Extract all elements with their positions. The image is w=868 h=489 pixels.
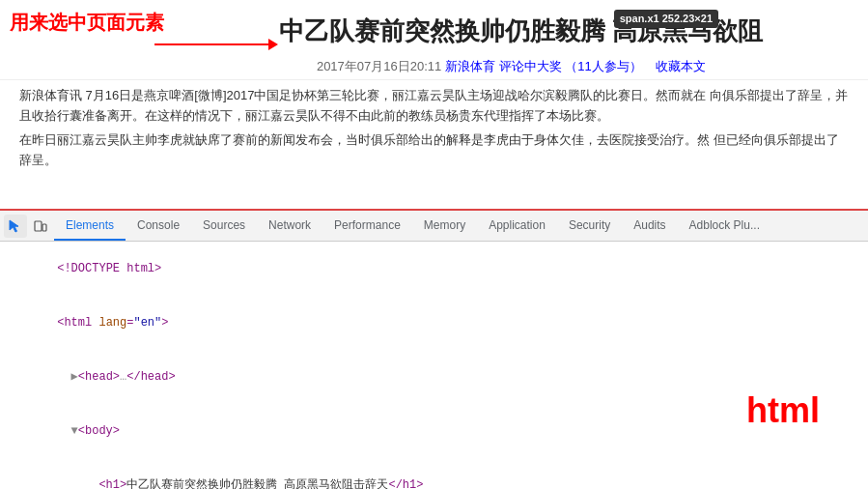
tab-elements[interactable]: Elements [54,210,126,241]
article-body: 新浪体育讯 7月16日是燕京啤酒[微博]2017中国足协杯第三轮比赛，丽江嘉云昊… [0,79,868,178]
tab-adblock[interactable]: Adblock Plu... [678,210,771,241]
svg-rect-0 [35,221,42,231]
body-paragraph-2: 在昨日丽江嘉云昊队主帅李虎就缺席了赛前的新闻发布会，当时俱乐部给出的解释是李虎由… [19,130,849,171]
tooltip-badge: span.x1 252.23×21 [614,10,718,28]
meta-comment-link[interactable]: 评论中大奖 （11人参与） [499,59,646,73]
device-toolbar-button[interactable] [29,215,52,238]
body-paragraph-1: 新浪体育讯 7月16日是燕京啤酒[微博]2017中国足协杯第三轮比赛，丽江嘉云昊… [19,86,849,127]
code-line-html[interactable]: <html lang="en"> [0,296,868,350]
tab-application[interactable]: Application [477,210,557,241]
article-meta: 2017年07月16日20:11 新浪体育 评论中大奖 （11人参与） 收藏本文 [0,54,868,79]
svg-rect-1 [42,224,46,231]
page-content: 中乙队赛前突然换帅仍胜毅腾 高原黑马欲阻 span.x1 252.23×21 2… [0,0,868,179]
tab-console[interactable]: Console [126,210,191,241]
code-line-doctype[interactable]: <!DOCTYPE html> [0,242,868,296]
element-picker-button[interactable] [4,215,27,238]
meta-date: 2017年07月16日20:11 [317,59,441,73]
devtools-code-panel: <!DOCTYPE html> <html lang="en"> ▶<head>… [0,242,868,489]
tab-sources[interactable]: Sources [191,210,257,241]
meta-collect-link[interactable]: 收藏本文 [656,59,706,73]
devtools-tabs: Elements Console Sources Network Perform… [54,211,771,241]
meta-source-link[interactable]: 新浪体育 [445,59,495,73]
code-line-h1[interactable]: <h1>中乙队赛前突然换帅仍胜毅腾 高原黑马欲阻击辞天</h1> [0,458,868,489]
tab-network[interactable]: Network [257,210,322,241]
tab-audits[interactable]: Audits [622,210,677,241]
tab-memory[interactable]: Memory [412,210,477,241]
code-line-body-open[interactable]: ▼<body> [0,404,868,458]
tab-performance[interactable]: Performance [322,210,412,241]
article-title: 中乙队赛前突然换帅仍胜毅腾 高原黑马欲阻 span.x1 252.23×21 [0,6,868,52]
devtools-toolbar: Elements Console Sources Network Perform… [0,211,868,242]
tab-security[interactable]: Security [557,210,622,241]
code-line-head[interactable]: ▶<head>…</head> [0,350,868,404]
devtools-panel: Elements Console Sources Network Perform… [0,209,868,489]
